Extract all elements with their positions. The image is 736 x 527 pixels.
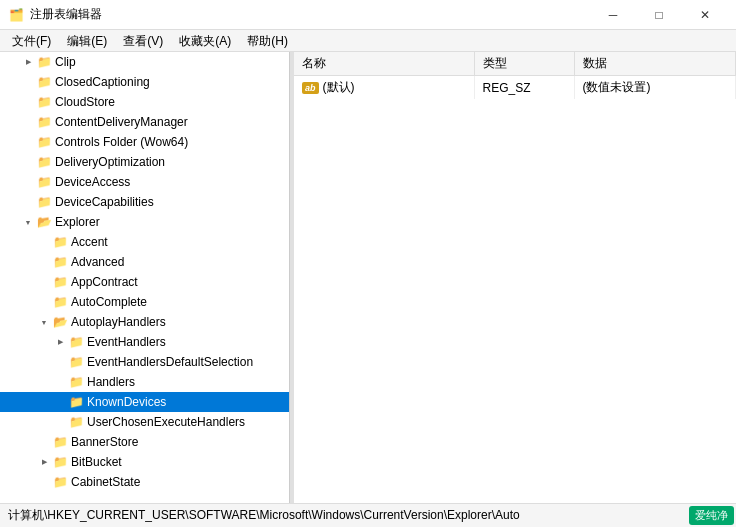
watermark: 爱纯净 bbox=[689, 506, 734, 525]
expand-btn-cabinetstate bbox=[36, 474, 52, 490]
col-header-type: 类型 bbox=[474, 52, 574, 76]
watermark-text: 爱纯净 bbox=[695, 509, 728, 521]
expand-btn-deviceaccess bbox=[20, 174, 36, 190]
tree-label-accent: Accent bbox=[71, 235, 108, 249]
tree-label-deliveryoptimization: DeliveryOptimization bbox=[55, 155, 165, 169]
expand-btn-bitbucket[interactable] bbox=[36, 454, 52, 470]
folder-icon-autocomplete bbox=[52, 294, 68, 310]
tree-item-cabinetstate[interactable]: CabinetState bbox=[0, 472, 289, 492]
tree-label-devicecapabilities: DeviceCapabilities bbox=[55, 195, 154, 209]
tree-item-handlers[interactable]: Handlers bbox=[0, 372, 289, 392]
expand-btn-controlsfolder bbox=[20, 134, 36, 150]
tree-item-appcontract[interactable]: AppContract bbox=[0, 272, 289, 292]
menu-item-a[interactable]: 收藏夹(A) bbox=[171, 30, 239, 52]
expand-btn-eventhandlers[interactable] bbox=[52, 334, 68, 350]
tree-item-userchosenexecutehandlers[interactable]: UserChosenExecuteHandlers bbox=[0, 412, 289, 432]
folder-icon-bitbucket bbox=[52, 454, 68, 470]
tree-panel[interactable]: Clip ClosedCaptioning CloudStore Content… bbox=[0, 52, 290, 503]
tree-label-advanced: Advanced bbox=[71, 255, 124, 269]
tree-label-cabinetstate: CabinetState bbox=[71, 475, 140, 489]
expand-btn-appcontract bbox=[36, 274, 52, 290]
cell-type: REG_SZ bbox=[474, 76, 574, 100]
value-name-text: (默认) bbox=[323, 79, 355, 96]
menu-item-e[interactable]: 编辑(E) bbox=[59, 30, 115, 52]
folder-icon-closedcaptioning bbox=[36, 74, 52, 90]
tree-item-autocomplete[interactable]: AutoComplete bbox=[0, 292, 289, 312]
folder-icon-devicecapabilities bbox=[36, 194, 52, 210]
expand-btn-autocomplete bbox=[36, 294, 52, 310]
tree-label-bannerstore: BannerStore bbox=[71, 435, 138, 449]
tree-item-eventhandlersdefaultselection[interactable]: EventHandlersDefaultSelection bbox=[0, 352, 289, 372]
tree-item-cloudstore[interactable]: CloudStore bbox=[0, 92, 289, 112]
tree-label-controlsfolder: Controls Folder (Wow64) bbox=[55, 135, 188, 149]
registry-table: 名称 类型 数据 ab(默认)REG_SZ(数值未设置) bbox=[294, 52, 736, 99]
status-text: 计算机\HKEY_CURRENT_USER\SOFTWARE\Microsoft… bbox=[8, 507, 520, 524]
tree-label-deviceaccess: DeviceAccess bbox=[55, 175, 130, 189]
tree-label-userchosenexecutehandlers: UserChosenExecuteHandlers bbox=[87, 415, 245, 429]
folder-icon-userchosenexecutehandlers bbox=[68, 414, 84, 430]
tree-label-knowndevices: KnownDevices bbox=[87, 395, 166, 409]
expand-btn-knowndevices bbox=[52, 394, 68, 410]
tree-item-deviceaccess[interactable]: DeviceAccess bbox=[0, 172, 289, 192]
tree-item-contentdeliverymanager[interactable]: ContentDeliveryManager bbox=[0, 112, 289, 132]
app-icon: 🗂️ bbox=[8, 7, 24, 23]
expand-btn-userchosenexecutehandlers bbox=[52, 414, 68, 430]
expand-btn-explorer[interactable] bbox=[20, 214, 36, 230]
expand-btn-cloudstore bbox=[20, 94, 36, 110]
tree-item-bitbucket[interactable]: BitBucket bbox=[0, 452, 289, 472]
folder-icon-autoplayhandlers bbox=[52, 314, 68, 330]
expand-btn-clip[interactable] bbox=[20, 54, 36, 70]
folder-icon-cloudstore bbox=[36, 94, 52, 110]
tree-item-closedcaptioning[interactable]: ClosedCaptioning bbox=[0, 72, 289, 92]
folder-icon-knowndevices bbox=[68, 394, 84, 410]
tree-label-contentdeliverymanager: ContentDeliveryManager bbox=[55, 115, 188, 129]
expand-btn-autoplayhandlers[interactable] bbox=[36, 314, 52, 330]
close-button[interactable]: ✕ bbox=[682, 0, 728, 30]
main-area: Clip ClosedCaptioning CloudStore Content… bbox=[0, 52, 736, 503]
folder-icon-eventhandlers bbox=[68, 334, 84, 350]
tree-item-bannerstore[interactable]: BannerStore bbox=[0, 432, 289, 452]
cell-data: (数值未设置) bbox=[574, 76, 736, 100]
expand-btn-devicecapabilities bbox=[20, 194, 36, 210]
col-header-data: 数据 bbox=[574, 52, 736, 76]
tree-item-knowndevices[interactable]: KnownDevices bbox=[0, 392, 289, 412]
menu-item-f[interactable]: 文件(F) bbox=[4, 30, 59, 52]
title-bar: 🗂️ 注册表编辑器 ─ □ ✕ bbox=[0, 0, 736, 30]
tree-item-accent[interactable]: Accent bbox=[0, 232, 289, 252]
col-header-name: 名称 bbox=[294, 52, 474, 76]
tree-item-autoplayhandlers[interactable]: AutoplayHandlers bbox=[0, 312, 289, 332]
menu-item-h[interactable]: 帮助(H) bbox=[239, 30, 296, 52]
expand-btn-accent bbox=[36, 234, 52, 250]
tree-label-cloudstore: CloudStore bbox=[55, 95, 115, 109]
tree-item-explorer[interactable]: Explorer bbox=[0, 212, 289, 232]
expand-btn-bannerstore bbox=[36, 434, 52, 450]
tree-item-deliveryoptimization[interactable]: DeliveryOptimization bbox=[0, 152, 289, 172]
tree-item-devicecapabilities[interactable]: DeviceCapabilities bbox=[0, 192, 289, 212]
tree-label-eventhandlers: EventHandlers bbox=[87, 335, 166, 349]
tree-item-clip[interactable]: Clip bbox=[0, 52, 289, 72]
table-row[interactable]: ab(默认)REG_SZ(数值未设置) bbox=[294, 76, 736, 100]
tree-label-handlers: Handlers bbox=[87, 375, 135, 389]
expand-btn-contentdeliverymanager bbox=[20, 114, 36, 130]
title-bar-buttons: ─ □ ✕ bbox=[590, 0, 728, 30]
folder-icon-contentdeliverymanager bbox=[36, 114, 52, 130]
right-panel: 名称 类型 数据 ab(默认)REG_SZ(数值未设置) bbox=[294, 52, 736, 503]
tree-label-autocomplete: AutoComplete bbox=[71, 295, 147, 309]
minimize-button[interactable]: ─ bbox=[590, 0, 636, 30]
right-scroll-area[interactable]: 名称 类型 数据 ab(默认)REG_SZ(数值未设置) bbox=[294, 52, 736, 503]
tree-label-autoplayhandlers: AutoplayHandlers bbox=[71, 315, 166, 329]
tree-label-bitbucket: BitBucket bbox=[71, 455, 122, 469]
menu-item-v[interactable]: 查看(V) bbox=[115, 30, 171, 52]
folder-icon-cabinetstate bbox=[52, 474, 68, 490]
tree-item-controlsfolder[interactable]: Controls Folder (Wow64) bbox=[0, 132, 289, 152]
tree-item-eventhandlers[interactable]: EventHandlers bbox=[0, 332, 289, 352]
tree-label-appcontract: AppContract bbox=[71, 275, 138, 289]
folder-icon-appcontract bbox=[52, 274, 68, 290]
status-bar: 计算机\HKEY_CURRENT_USER\SOFTWARE\Microsoft… bbox=[0, 503, 736, 527]
tree-item-advanced[interactable]: Advanced bbox=[0, 252, 289, 272]
restore-button[interactable]: □ bbox=[636, 0, 682, 30]
expand-btn-advanced bbox=[36, 254, 52, 270]
tree-label-clip: Clip bbox=[55, 55, 76, 69]
folder-icon-deviceaccess bbox=[36, 174, 52, 190]
tree-label-closedcaptioning: ClosedCaptioning bbox=[55, 75, 150, 89]
